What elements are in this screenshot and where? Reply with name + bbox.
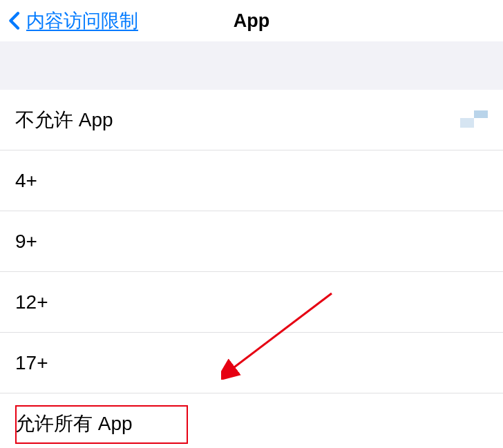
option-9plus[interactable]: 9+ bbox=[0, 211, 503, 272]
option-label: 12+ bbox=[15, 291, 48, 313]
section-gap bbox=[0, 41, 503, 90]
checkmark-icon bbox=[460, 110, 488, 130]
option-label: 4+ bbox=[15, 170, 37, 192]
option-17plus[interactable]: 17+ bbox=[0, 333, 503, 393]
option-label: 允许所有 App bbox=[15, 411, 133, 437]
chevron-left-icon bbox=[4, 10, 26, 32]
options-list: 不允许 App 4+ 9+ 12+ 17+ 允许所有 App bbox=[0, 90, 503, 448]
option-12plus[interactable]: 12+ bbox=[0, 272, 503, 333]
option-allow-all-apps[interactable]: 允许所有 App bbox=[0, 393, 503, 448]
page-title: App bbox=[234, 10, 269, 32]
option-disallow-apps[interactable]: 不允许 App bbox=[0, 90, 503, 150]
option-label: 不允许 App bbox=[15, 107, 113, 133]
option-label: 9+ bbox=[15, 231, 37, 253]
back-label: 内容访问限制 bbox=[26, 8, 138, 33]
option-label: 17+ bbox=[15, 352, 48, 374]
nav-header: 内容访问限制 App bbox=[0, 0, 503, 41]
back-button[interactable]: 内容访问限制 bbox=[0, 8, 138, 33]
option-4plus[interactable]: 4+ bbox=[0, 150, 503, 211]
